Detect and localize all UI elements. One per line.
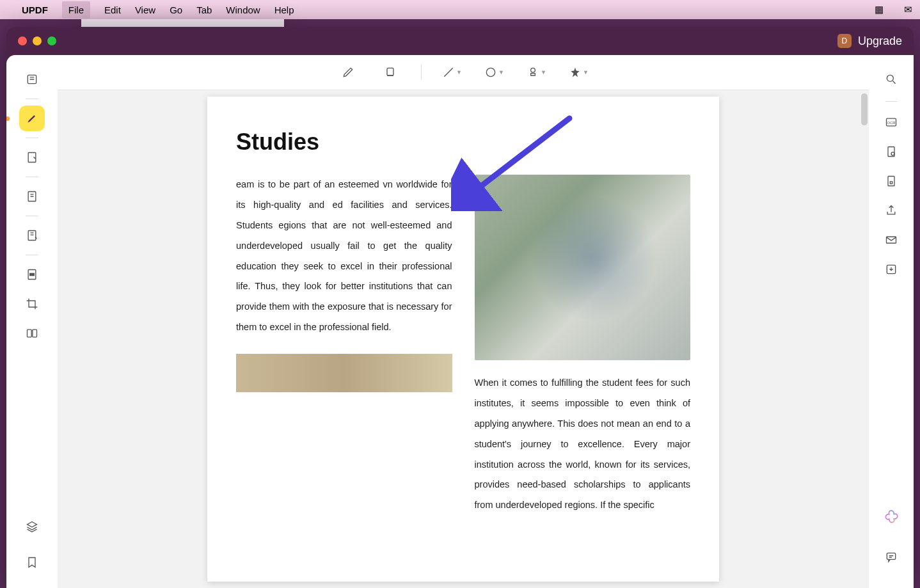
reader-icon[interactable] [19,67,45,92]
stamp-icon[interactable]: ▼ [525,61,548,84]
page-heading: Studies [236,129,690,155]
tray-icon-1[interactable]: ▦ [875,4,884,15]
doc-image-1 [475,175,691,360]
compare-icon[interactable] [19,321,45,346]
main-content: ▼ ▼ ▼ ▼ Studies eam is to be part of an … [58,55,869,588]
comment-icon[interactable] [880,546,903,569]
svg-rect-18 [887,237,896,243]
share-icon[interactable] [880,199,903,222]
email-icon[interactable] [880,228,903,251]
doc-image-2 [236,354,452,392]
edit-page-icon[interactable] [19,145,45,170]
svg-rect-6 [28,330,32,337]
pdf-page: Studies eam is to be part of an esteemed… [207,97,719,582]
left-tool-rail [6,55,58,588]
window-close-button[interactable] [18,36,27,45]
user-badge: D [837,34,852,48]
traffic-lights [18,36,56,45]
svg-rect-8 [387,68,393,75]
svg-rect-3 [28,231,36,241]
upgrade-button[interactable]: D Upgrade [837,34,902,48]
signature-icon[interactable]: ▼ [567,61,591,84]
app-name[interactable]: UPDF [22,4,48,15]
line-icon[interactable]: ▼ [441,61,464,84]
window-maximize-button[interactable] [47,36,56,45]
window-minimize-button[interactable] [33,36,42,45]
svg-rect-16 [888,177,894,186]
svg-point-11 [887,75,893,81]
tray-icon-2[interactable]: ✉ [904,4,912,15]
column-2: When it comes to fulfilling the student … [475,175,691,516]
annotation-toolbar: ▼ ▼ ▼ ▼ [58,55,869,90]
protect-icon[interactable] [880,170,903,193]
svg-text:OCR: OCR [887,121,896,125]
menu-edit[interactable]: Edit [104,4,121,15]
highlighter-icon[interactable] [19,106,45,131]
menu-go[interactable]: Go [170,4,182,15]
eraser-icon[interactable] [379,61,402,84]
svg-point-10 [531,68,535,72]
menu-help[interactable]: Help [274,4,294,15]
app-window: D Upgrade [6,27,914,588]
organize-icon[interactable] [19,184,45,209]
ai-flower-icon[interactable] [880,506,903,529]
svg-point-9 [486,68,495,76]
menu-window[interactable]: Window [226,4,260,15]
search-icon[interactable] [880,68,903,91]
svg-rect-7 [33,330,37,337]
right-tool-rail: OCR [869,55,914,588]
menu-view[interactable]: View [135,4,155,15]
svg-rect-17 [890,182,892,184]
svg-rect-20 [887,553,895,559]
layers-icon[interactable] [19,514,45,539]
page-info-icon[interactable] [880,140,903,163]
svg-point-15 [891,152,894,155]
menu-tab[interactable]: Tab [196,4,212,15]
macos-menubar: UPDF File Edit View Go Tab Window Help ▦… [0,0,920,19]
save-icon[interactable] [880,258,903,281]
document-viewport[interactable]: Studies eam is to be part of an esteemed… [58,90,869,588]
circle-icon[interactable]: ▼ [483,61,506,84]
upgrade-label: Upgrade [858,35,902,48]
pencil-icon[interactable] [337,61,360,84]
ocr-icon[interactable]: OCR [880,111,903,134]
menu-file[interactable]: File [62,1,90,19]
vertical-scrollbar[interactable] [861,93,868,125]
crop-icon[interactable] [19,291,45,317]
bookmark-icon[interactable] [19,550,45,575]
column-1: eam is to be part of an esteemed vn worl… [236,175,452,516]
form-icon[interactable] [19,223,45,248]
svg-rect-5 [30,273,35,275]
titlebar: D Upgrade [6,27,914,55]
redact-icon[interactable] [19,262,45,287]
